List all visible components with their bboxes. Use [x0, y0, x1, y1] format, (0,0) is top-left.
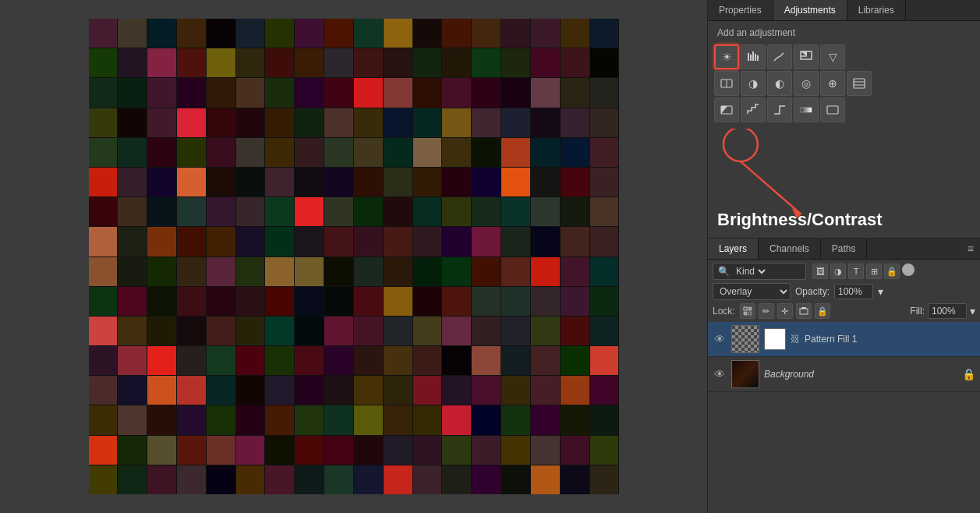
add-adjustment-label: Add an adjustment [708, 21, 980, 41]
tab-properties[interactable]: Properties [708, 0, 773, 20]
gradient-map-icon[interactable] [794, 97, 819, 122]
channel-mixer-icon[interactable]: ⊕ [820, 71, 845, 96]
svg-rect-10 [854, 79, 865, 88]
layers-tabs: Layers Channels Paths ≡ [708, 239, 980, 260]
exposure-icon[interactable] [794, 44, 819, 69]
layers-menu-icon[interactable]: ≡ [961, 239, 980, 258]
fill-chevron[interactable]: ▾ [970, 305, 975, 317]
svg-rect-15 [801, 108, 812, 112]
opacity-chevron[interactable]: ▾ [878, 285, 883, 298]
layer-item-pattern-fill[interactable]: 👁 ⛓ Pattern Fill 1 [708, 322, 980, 357]
svg-rect-3 [755, 54, 756, 61]
adjustments-panel: Properties Adjustments Libraries Add an … [708, 0, 980, 239]
adj-row-1: ☀ ▽ [714, 44, 974, 69]
layer-name-background: Background [764, 369, 814, 380]
svg-rect-2 [752, 51, 754, 61]
filter-text-icon[interactable]: T [848, 264, 864, 279]
adj-row-3 [714, 97, 974, 122]
svg-line-18 [741, 161, 801, 214]
right-panel: Properties Adjustments Libraries Add an … [707, 0, 980, 513]
color-lookup-icon[interactable] [847, 71, 872, 96]
tab-adjustments[interactable]: Adjustments [773, 0, 847, 20]
black-white-icon[interactable]: ◐ [767, 71, 792, 96]
blend-opacity-row: Overlay Normal Multiply Screen Opacity: … [713, 283, 975, 300]
canvas-area [0, 0, 707, 513]
tab-libraries[interactable]: Libraries [847, 0, 906, 20]
hue-saturation-icon[interactable] [714, 71, 739, 96]
kind-select[interactable]: Kind [733, 265, 768, 278]
tab-channels[interactable]: Channels [759, 239, 821, 259]
adj-row-2: ◑ ◐ ◎ ⊕ [714, 71, 974, 96]
filter-shape-icon[interactable]: ⊞ [866, 264, 882, 279]
svg-rect-16 [827, 106, 838, 114]
svg-rect-23 [748, 307, 752, 310]
layer-thumb-background [731, 360, 759, 388]
tab-layers[interactable]: Layers [708, 239, 759, 259]
opacity-value[interactable]: 100% [834, 284, 873, 299]
brightness-contrast-icon[interactable]: ☀ [714, 44, 739, 69]
lock-transparent-icon[interactable] [740, 303, 755, 319]
filter-smart-icon[interactable]: 🔒 [884, 264, 900, 279]
canvas-image [89, 19, 619, 494]
opacity-label: Opacity: [795, 286, 830, 297]
color-balance-icon[interactable]: ◑ [741, 71, 766, 96]
svg-marker-7 [801, 51, 807, 56]
mosaic-grid [89, 19, 619, 494]
svg-point-17 [724, 129, 758, 161]
svg-rect-21 [748, 312, 752, 315]
lock-label: Lock: [713, 306, 735, 317]
lock-image-icon[interactable]: ✏ [759, 303, 774, 319]
layer-name-pattern-fill: Pattern Fill 1 [805, 334, 857, 345]
posterize-icon[interactable] [741, 97, 766, 122]
search-icon: 🔍 [718, 266, 730, 277]
lock-fill-row: Lock: ✏ ✛ 🔒 Fill: 100% ▾ [713, 303, 975, 319]
svg-rect-25 [801, 307, 806, 309]
layer-mask-white [764, 328, 786, 350]
selective-color-icon[interactable] [820, 97, 845, 122]
layer-visibility-pattern[interactable]: 👁 [713, 332, 727, 346]
threshold-icon[interactable] [767, 97, 792, 122]
invert-icon[interactable] [714, 97, 739, 122]
background-lock-icon: 🔒 [962, 368, 975, 380]
svg-rect-4 [757, 55, 759, 61]
blend-mode-select[interactable]: Overlay Normal Multiply Screen [713, 283, 791, 300]
brightness-contrast-label: Brightness/Contrast [717, 210, 882, 230]
levels-icon[interactable] [741, 44, 766, 69]
kind-search[interactable]: 🔍 Kind [713, 263, 806, 280]
svg-rect-20 [744, 307, 747, 310]
lock-position-icon[interactable]: ✛ [777, 303, 793, 319]
photo-filter-icon[interactable]: ◎ [794, 71, 819, 96]
layer-thumb-pattern [731, 325, 759, 353]
panel-tabs: Properties Adjustments Libraries [708, 0, 980, 21]
lock-all-icon[interactable]: 🔒 [815, 303, 830, 319]
curves-icon[interactable] [767, 44, 792, 69]
layer-list: 👁 ⛓ Pattern Fill 1 👁 Background 🔒 [708, 322, 980, 513]
filter-image-icon[interactable]: 🖼 [812, 264, 828, 279]
svg-rect-0 [748, 53, 749, 61]
layer-item-background[interactable]: 👁 Background 🔒 [708, 357, 980, 392]
svg-rect-22 [744, 312, 747, 315]
chain-icon: ⛓ [791, 334, 800, 345]
filter-adjustment-icon[interactable]: ◑ [830, 264, 846, 279]
fill-label: Fill: [910, 306, 925, 317]
svg-rect-1 [750, 55, 752, 61]
layer-visibility-background[interactable]: 👁 [713, 367, 727, 381]
svg-rect-24 [800, 309, 808, 314]
vibrance-icon[interactable]: ▽ [820, 44, 845, 69]
layers-controls: 🔍 Kind 🖼 ◑ T ⊞ 🔒 Overlay [708, 260, 980, 322]
filter-toggle[interactable] [902, 264, 915, 276]
fill-value[interactable]: 100% [928, 303, 967, 319]
layers-panel: Layers Channels Paths ≡ 🔍 Kind 🖼 ◑ T ⊞ [708, 239, 980, 513]
annotation-area: Brightness/Contrast [708, 129, 980, 238]
filter-icons: 🖼 ◑ T ⊞ 🔒 [812, 264, 915, 279]
adjustment-icons-grid: ☀ ▽ ◑ ◐ ◎ ⊕ [708, 41, 980, 129]
svg-marker-14 [721, 106, 727, 114]
kind-filter-row: 🔍 Kind 🖼 ◑ T ⊞ 🔒 [713, 263, 975, 280]
lock-artboard-icon[interactable] [796, 303, 812, 319]
tab-paths[interactable]: Paths [821, 239, 868, 259]
